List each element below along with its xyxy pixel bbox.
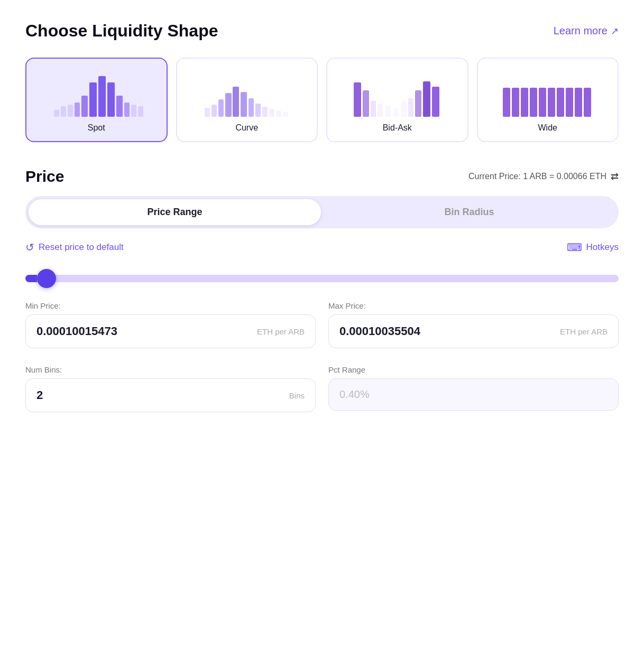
pct-range-value: 0.40% xyxy=(339,388,370,401)
wide-label: Wide xyxy=(538,123,557,133)
svg-rect-17 xyxy=(241,92,247,117)
min-price-label: Min Price: xyxy=(25,301,316,310)
price-range-slider[interactable] xyxy=(25,275,619,282)
svg-rect-1 xyxy=(61,106,66,117)
hotkeys-button[interactable]: ⌨ Hotkeys xyxy=(567,241,619,254)
svg-rect-37 xyxy=(521,88,528,117)
svg-rect-34 xyxy=(432,87,439,117)
svg-rect-11 xyxy=(138,106,143,117)
wide-chart xyxy=(486,69,610,117)
bid-ask-label: Bid-Ask xyxy=(383,123,412,133)
reset-icon: ↺ xyxy=(25,241,34,254)
svg-rect-26 xyxy=(371,101,376,117)
svg-rect-14 xyxy=(218,99,224,117)
max-price-label: Max Price: xyxy=(328,301,619,310)
svg-rect-29 xyxy=(393,108,399,117)
svg-rect-7 xyxy=(107,82,115,117)
pct-range-group: Pct Range 0.40% xyxy=(328,365,619,412)
max-price-value: 0.00010035504 xyxy=(339,324,420,338)
num-bins-group: Num Bins: 2 Bins xyxy=(25,365,316,412)
svg-rect-20 xyxy=(262,107,268,117)
svg-rect-9 xyxy=(124,103,130,117)
max-price-input[interactable]: 0.00010035504 ETH per ARB xyxy=(328,314,619,348)
svg-rect-32 xyxy=(415,90,421,117)
bins-pct-fields: Num Bins: 2 Bins Pct Range 0.40% xyxy=(25,365,619,412)
tab-bin-radius[interactable]: Bin Radius xyxy=(323,199,615,225)
max-price-unit: ETH per ARB xyxy=(560,327,608,336)
curve-chart xyxy=(186,69,309,117)
svg-rect-36 xyxy=(512,88,519,117)
svg-rect-27 xyxy=(378,104,383,117)
shape-cards-container: Spot Curve xyxy=(25,58,619,142)
price-section-header: Price Current Price: 1 ARB = 0.00066 ETH… xyxy=(25,168,619,185)
price-slider-container xyxy=(25,275,619,284)
hotkeys-label: Hotkeys xyxy=(586,242,619,253)
min-price-input[interactable]: 0.00010015473 ETH per ARB xyxy=(25,314,316,348)
svg-rect-33 xyxy=(423,81,430,117)
svg-rect-3 xyxy=(75,103,80,117)
learn-more-label: Learn more xyxy=(554,25,608,37)
svg-rect-25 xyxy=(363,90,369,117)
svg-rect-42 xyxy=(566,88,573,117)
svg-rect-16 xyxy=(233,87,239,117)
price-toggle: Price Range Bin Radius xyxy=(25,196,619,228)
svg-rect-40 xyxy=(548,88,555,117)
shape-card-spot[interactable]: Spot xyxy=(25,58,168,142)
page-header: Choose Liquidity Shape Learn more ↗ xyxy=(25,21,619,41)
current-price-text: Current Price: 1 ARB = 0.00066 ETH xyxy=(468,172,606,181)
svg-rect-28 xyxy=(385,106,391,117)
controls-row: ↺ Reset price to default ⌨ Hotkeys xyxy=(25,241,619,254)
svg-rect-43 xyxy=(575,88,582,117)
num-bins-label: Num Bins: xyxy=(25,365,316,374)
svg-rect-38 xyxy=(530,88,537,117)
num-bins-value: 2 xyxy=(36,388,43,402)
svg-rect-24 xyxy=(354,82,361,117)
num-bins-unit: Bins xyxy=(289,391,305,400)
spot-label: Spot xyxy=(88,123,105,133)
svg-rect-41 xyxy=(557,88,564,117)
svg-rect-12 xyxy=(205,108,210,117)
svg-rect-5 xyxy=(89,82,97,117)
svg-rect-6 xyxy=(98,76,106,117)
svg-rect-31 xyxy=(408,98,413,117)
svg-rect-19 xyxy=(255,104,261,117)
price-title: Price xyxy=(25,168,64,185)
svg-rect-4 xyxy=(81,96,88,117)
pct-range-label: Pct Range xyxy=(328,365,619,374)
reset-price-button[interactable]: ↺ Reset price to default xyxy=(25,241,124,254)
max-price-group: Max Price: 0.00010035504 ETH per ARB xyxy=(328,301,619,348)
keyboard-icon: ⌨ xyxy=(567,241,582,254)
learn-more-link[interactable]: Learn more ↗ xyxy=(554,25,619,37)
min-max-price-fields: Min Price: 0.00010015473 ETH per ARB Max… xyxy=(25,301,619,348)
svg-rect-44 xyxy=(584,88,591,117)
shape-card-bid-ask[interactable]: Bid-Ask xyxy=(326,58,468,142)
tab-price-range[interactable]: Price Range xyxy=(29,199,321,225)
min-price-value: 0.00010015473 xyxy=(36,324,117,338)
svg-rect-18 xyxy=(249,98,254,117)
svg-rect-0 xyxy=(54,110,59,117)
bid-ask-chart xyxy=(336,69,459,117)
external-link-icon: ↗ xyxy=(611,25,619,37)
svg-rect-2 xyxy=(68,105,73,117)
svg-rect-10 xyxy=(131,105,136,117)
current-price-info: Current Price: 1 ARB = 0.00066 ETH ⇄ xyxy=(468,171,619,182)
num-bins-input[interactable]: 2 Bins xyxy=(25,378,316,412)
svg-rect-39 xyxy=(539,88,546,117)
svg-rect-8 xyxy=(116,96,123,117)
svg-rect-35 xyxy=(503,88,510,117)
min-price-group: Min Price: 0.00010015473 ETH per ARB xyxy=(25,301,316,348)
svg-rect-21 xyxy=(269,109,274,117)
pct-range-display: 0.40% xyxy=(328,378,619,411)
shape-card-curve[interactable]: Curve xyxy=(176,58,318,142)
reset-label: Reset price to default xyxy=(39,242,124,253)
page-title: Choose Liquidity Shape xyxy=(25,21,218,41)
spot-chart xyxy=(35,69,158,117)
svg-rect-30 xyxy=(401,101,407,117)
swap-icon[interactable]: ⇄ xyxy=(611,171,619,182)
min-price-unit: ETH per ARB xyxy=(257,327,305,336)
svg-rect-23 xyxy=(283,112,288,117)
svg-rect-13 xyxy=(211,105,217,117)
shape-card-wide[interactable]: Wide xyxy=(477,58,619,142)
svg-rect-15 xyxy=(225,93,232,117)
svg-rect-22 xyxy=(276,110,281,117)
